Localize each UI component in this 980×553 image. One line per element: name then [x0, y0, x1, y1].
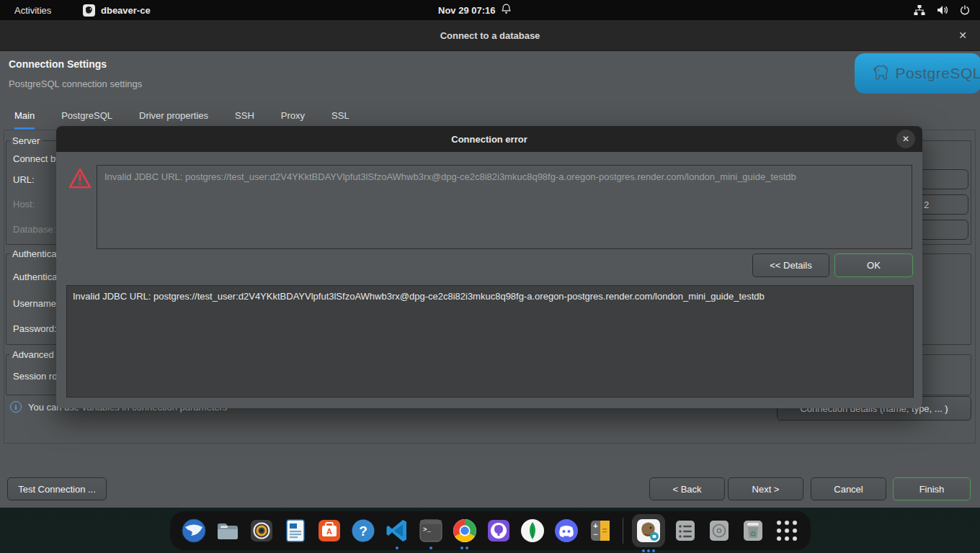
dock-area: A ? >_: [0, 508, 980, 553]
details-button[interactable]: << Details: [752, 253, 829, 277]
power-icon: [960, 5, 970, 15]
password-label: Password:: [13, 323, 57, 334]
server-group-title: Server: [9, 135, 43, 146]
network-icon: [914, 5, 925, 15]
error-dialog-titlebar[interactable]: Connection error ✕: [56, 126, 922, 152]
host-label: Host:: [13, 199, 35, 210]
rhythmbox-icon[interactable]: [248, 517, 275, 544]
chrome-icon[interactable]: [451, 517, 478, 544]
svg-text:A: A: [326, 527, 332, 536]
terminal-icon[interactable]: >_: [417, 517, 445, 544]
postgresql-logo: PostgreSQL: [855, 53, 980, 94]
error-message: Invalid JDBC URL: postgres://test_user:d…: [97, 165, 912, 249]
files-icon[interactable]: [214, 517, 241, 544]
advanced-group-title: Advanced: [9, 349, 57, 360]
next-button[interactable]: Next >: [728, 477, 803, 500]
window-titlebar[interactable]: Connect to a database ✕: [0, 20, 980, 51]
port-value: 2: [924, 199, 929, 210]
focused-app-menu[interactable]: dbeaver-ce: [83, 4, 151, 17]
connection-error-dialog: Connection error ✕ Invalid JDBC URL: pos…: [56, 126, 922, 408]
error-dialog-title: Connection error: [451, 134, 527, 145]
system-status-area[interactable]: [914, 5, 970, 15]
dbeaver-app-icon: [83, 4, 95, 17]
libreoffice-writer-icon[interactable]: [282, 517, 309, 544]
svg-text:>_: >_: [423, 526, 431, 534]
page-subtitle: PostgreSQL connection settings: [9, 78, 142, 89]
back-button[interactable]: < Back: [649, 477, 725, 500]
disks-icon[interactable]: [705, 517, 733, 544]
app-grid-icon[interactable]: [773, 517, 801, 544]
focused-app-label: dbeaver-ce: [101, 5, 151, 16]
url-label: URL:: [13, 174, 35, 185]
ubuntu-software-icon[interactable]: A: [316, 517, 343, 544]
svg-text:?: ?: [359, 523, 368, 539]
archive-utility-icon[interactable]: [672, 517, 699, 544]
error-dialog-close-button[interactable]: ✕: [896, 130, 915, 148]
window-close-button[interactable]: ✕: [956, 28, 970, 42]
ok-button[interactable]: OK: [834, 253, 913, 277]
tab-main[interactable]: Main: [14, 110, 35, 130]
mongodb-compass-icon[interactable]: [519, 517, 546, 544]
postgresql-logo-text: PostgreSQL: [896, 65, 980, 82]
window-title: Connect to a database: [440, 30, 540, 41]
discord-icon[interactable]: [553, 517, 580, 544]
github-desktop-icon[interactable]: [485, 517, 512, 544]
volume-icon: [937, 5, 948, 15]
finish-button[interactable]: Finish: [893, 477, 971, 500]
clock-menu[interactable]: Nov 29 07:16: [438, 4, 511, 17]
info-icon: i: [10, 401, 22, 413]
svg-text:−: −: [593, 530, 597, 539]
cancel-button[interactable]: Cancel: [811, 477, 886, 500]
postgresql-elephant-icon: [870, 59, 891, 88]
username-label: Username:: [13, 298, 59, 309]
activities-button[interactable]: Activities: [14, 5, 51, 16]
system-top-bar: Activities dbeaver-ce Nov 29 07:16: [0, 0, 980, 20]
svg-text:=: =: [602, 526, 607, 536]
page-title: Connection Settings: [9, 58, 107, 70]
calculator-icon[interactable]: +−=: [587, 517, 614, 544]
dock-separator: [623, 518, 623, 544]
trash-icon[interactable]: ♻: [739, 517, 767, 544]
dock: A ? >_: [170, 511, 811, 550]
svg-text:+: +: [593, 521, 597, 530]
svg-text:♻: ♻: [749, 529, 756, 537]
clock-label: Nov 29 07:16: [438, 5, 496, 16]
help-icon[interactable]: ?: [349, 517, 377, 544]
dbeaver-icon[interactable]: [632, 514, 665, 547]
connect-by-label: Connect by:: [13, 153, 63, 164]
test-connection-button[interactable]: Test Connection ...: [7, 477, 107, 500]
notification-bell-icon: [502, 4, 511, 17]
vscode-icon[interactable]: [383, 517, 411, 544]
warning-icon: [68, 167, 92, 193]
wizard-header: Connection Settings PostgreSQL connectio…: [0, 50, 980, 103]
thunderbird-icon[interactable]: [180, 517, 208, 544]
database-label: Database:: [13, 224, 55, 235]
error-details-text[interactable]: Invalid JDBC URL: postgres://test_user:d…: [66, 285, 914, 397]
desktop: Activities dbeaver-ce Nov 29 07:16: [0, 0, 980, 553]
